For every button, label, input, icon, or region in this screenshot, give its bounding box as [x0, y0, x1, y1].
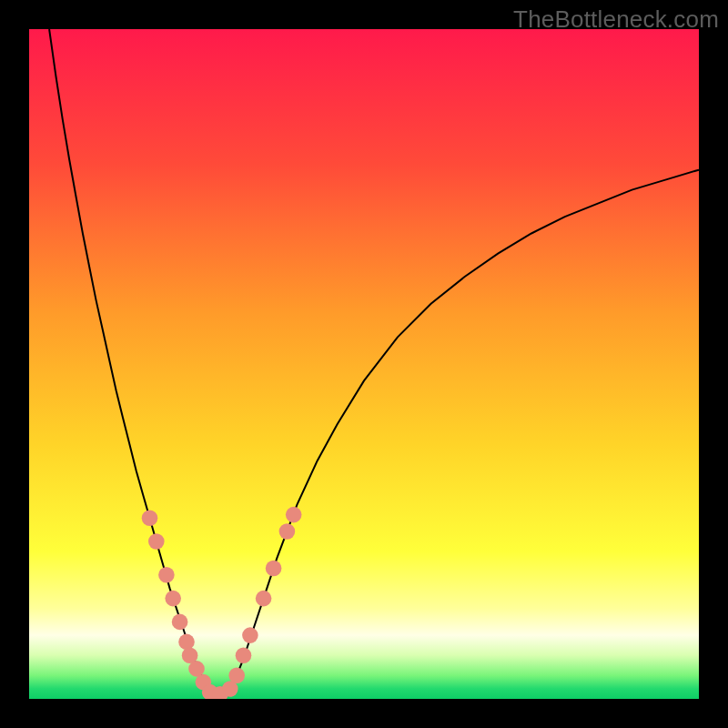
- bottleneck-curve: [49, 29, 699, 695]
- marker-dot: [279, 523, 296, 540]
- window-frame: TheBottleneck.com: [0, 0, 728, 728]
- watermark-text: TheBottleneck.com: [513, 5, 719, 34]
- marker-dot: [242, 627, 258, 643]
- marker-dot: [172, 614, 188, 631]
- marker-dots: [142, 507, 302, 699]
- marker-dot: [236, 647, 252, 663]
- marker-dot: [178, 634, 195, 651]
- marker-dot: [148, 533, 165, 550]
- marker-dot: [286, 507, 302, 523]
- marker-dot: [142, 511, 158, 527]
- chart-curve-layer: [29, 29, 699, 699]
- marker-dot: [165, 591, 181, 607]
- marker-dot: [256, 591, 272, 607]
- marker-dot: [228, 667, 245, 683]
- marker-dot: [158, 567, 175, 583]
- marker-dot: [266, 561, 282, 577]
- plot-area: [29, 29, 699, 699]
